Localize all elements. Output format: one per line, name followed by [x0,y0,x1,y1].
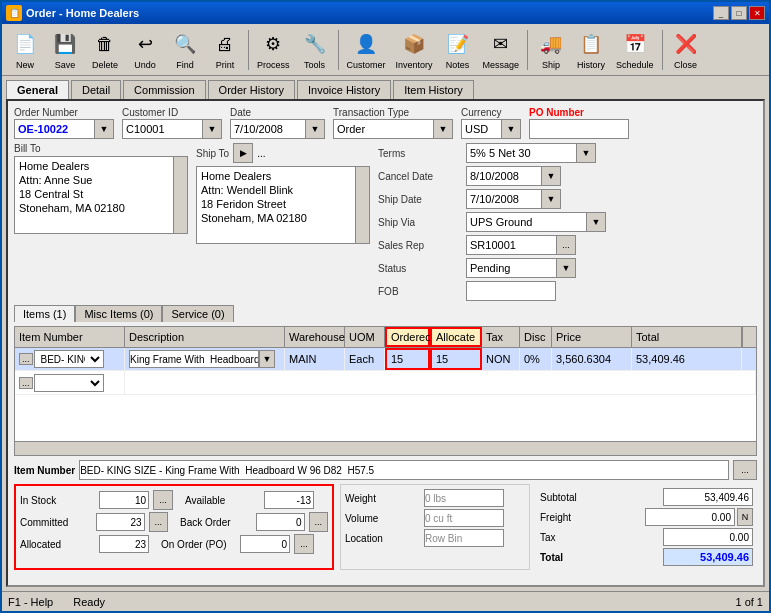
customer-id-input[interactable] [122,119,202,139]
ship-to-scrollbar[interactable] [356,166,370,244]
bill-to-scrollbar[interactable] [174,156,188,234]
find-button[interactable]: 🔍 Find [166,27,204,72]
cell-uom: Each [345,348,385,370]
message-button[interactable]: ✉ Message [479,27,524,72]
ship-via-input[interactable] [466,212,586,232]
fob-input[interactable] [466,281,556,301]
tax-row: Tax 0.00 [540,528,753,546]
order-number-btn[interactable]: ▼ [94,119,114,139]
undo-button[interactable]: ↩ Undo [126,27,164,72]
terms-btn[interactable]: ▼ [576,143,596,163]
bill-to-line-4: Stoneham, MA 02180 [19,201,169,215]
weight-label: Weight [345,493,420,504]
save-button[interactable]: 💾 Save [46,27,84,72]
po-number-input[interactable] [529,119,629,139]
col-item-number: Item Number [15,327,125,347]
currency-input[interactable] [461,119,501,139]
terms-label: Terms [378,148,458,159]
undo-icon: ↩ [130,29,160,59]
item-number-bar-input[interactable] [79,460,729,480]
tab-order-history[interactable]: Order History [208,80,295,99]
tab-invoice-history[interactable]: Invoice History [297,80,391,99]
process-button[interactable]: ⚙ Process [253,27,294,72]
tab-commission[interactable]: Commission [123,80,206,99]
back-order-btn[interactable]: ... [309,512,328,532]
tab-items[interactable]: Items (1) [14,305,75,322]
grid-scrollbar-h[interactable] [15,441,756,455]
schedule-icon: 📅 [620,29,650,59]
ship-to-btn[interactable]: ▶ [233,143,253,163]
tab-service[interactable]: Service (0) [162,305,233,322]
on-order-btn[interactable]: ... [294,534,314,554]
print-button[interactable]: 🖨 Print [206,27,244,72]
tools-button[interactable]: 🔧 Tools [296,27,334,72]
ship-date-btn[interactable]: ▼ [541,189,561,209]
new-icon: 📄 [10,29,40,59]
tab-general[interactable]: General [6,80,69,99]
status-btn[interactable]: ▼ [556,258,576,278]
location-input[interactable] [424,529,504,547]
table-row[interactable]: ... BED- KING SIZE ▼ MAIN Each 15 15 NON… [15,348,756,371]
ship-date-input[interactable] [466,189,541,209]
schedule-button[interactable]: 📅 Schedule [612,27,658,72]
customer-id-label: Customer ID [122,107,222,118]
history-button[interactable]: 📋 History [572,27,610,72]
close-button[interactable]: ❌ Close [667,27,705,72]
col-tax: Tax [482,327,520,347]
subtotal-label: Subtotal [540,492,600,503]
sales-rep-input[interactable] [466,235,556,255]
customer-id-btn[interactable]: ▼ [202,119,222,139]
inventory-button[interactable]: 📦 Inventory [392,27,437,72]
cell-disc: 0% [520,348,552,370]
process-icon: ⚙ [258,29,288,59]
item-number-select-empty[interactable] [34,374,104,392]
subtotal-row: Subtotal 53,409.46 [540,488,753,506]
freight-suffix[interactable]: N [737,508,753,526]
notes-button[interactable]: 📝 Notes [439,27,477,72]
tab-detail[interactable]: Detail [71,80,121,99]
col-total: Total [632,327,742,347]
maximize-button[interactable]: □ [731,6,747,20]
date-btn[interactable]: ▼ [305,119,325,139]
sales-rep-btn[interactable]: ... [556,235,576,255]
weight-input[interactable] [424,489,504,507]
grid-scrollbar-v[interactable] [742,327,756,347]
minimize-button[interactable]: _ [713,6,729,20]
col-uom: UOM [345,327,385,347]
delete-button[interactable]: 🗑 Delete [86,27,124,72]
description-btn[interactable]: ▼ [259,350,275,368]
cancel-date-btn[interactable]: ▼ [541,166,561,186]
volume-input[interactable] [424,509,504,527]
item-number-bar-btn[interactable]: ... [733,460,757,480]
item-number-bar-label: Item Number [14,465,75,476]
sales-rep-label: Sales Rep [378,240,458,251]
tab-misc-items[interactable]: Misc Items (0) [75,305,162,322]
cancel-date-input[interactable] [466,166,541,186]
status-input[interactable] [466,258,556,278]
date-input[interactable] [230,119,305,139]
order-number-label: Order Number [14,107,114,118]
in-stock-btn[interactable]: ... [153,490,173,510]
right-form-panel: Terms ▼ Cancel Date ▼ Ship Date [378,143,757,301]
status-text: Ready [73,596,105,608]
currency-btn[interactable]: ▼ [501,119,521,139]
status-label: Status [378,263,458,274]
bill-to-line-2: Attn: Anne Sue [19,173,169,187]
item-number-select[interactable]: BED- KING SIZE [34,350,104,368]
cancel-date-label: Cancel Date [378,171,458,182]
allocated-row: Allocated 23 On Order (PO) 0 ... [20,534,328,554]
new-button[interactable]: 📄 New [6,27,44,72]
inventory-icon: 📦 [399,29,429,59]
transaction-type-input[interactable] [333,119,433,139]
order-number-input[interactable] [14,119,94,139]
ship-button[interactable]: 🚚 Ship [532,27,570,72]
tab-item-history[interactable]: Item History [393,80,474,99]
weight-section: Weight Volume Location [340,484,530,570]
description-input[interactable] [129,350,259,368]
transaction-type-btn[interactable]: ▼ [433,119,453,139]
customer-button[interactable]: 👤 Customer [343,27,390,72]
terms-input[interactable] [466,143,576,163]
committed-btn[interactable]: ... [149,512,168,532]
ship-via-btn[interactable]: ▼ [586,212,606,232]
close-window-button[interactable]: ✕ [749,6,765,20]
